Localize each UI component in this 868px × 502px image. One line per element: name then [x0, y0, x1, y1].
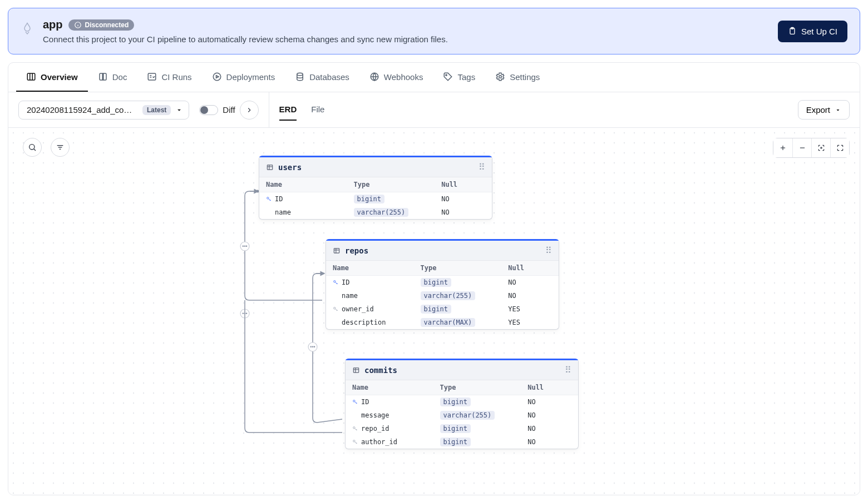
erd-column-row[interactable]: owner_id bigint YES [326, 302, 559, 316]
column-type: bigint [421, 305, 451, 314]
svg-point-30 [240, 309, 249, 318]
globe-icon [369, 72, 379, 82]
erd-column-row[interactable]: name varchar(255) NO [259, 206, 492, 219]
svg-rect-36 [267, 165, 272, 169]
migration-dropdown[interactable]: 20240208115924_add_commit… Latest [18, 101, 189, 120]
banner-description: Connect this project to your CI pipeline… [43, 34, 448, 44]
erd-column-row[interactable]: message varchar(255) NO [346, 409, 578, 422]
column-null: YES [508, 319, 552, 326]
svg-point-17 [499, 76, 502, 78]
tab-databases[interactable]: Databases [285, 63, 359, 92]
erd-column-row[interactable]: ID bigint NO [326, 276, 559, 289]
svg-point-16 [446, 74, 447, 76]
svg-text:•••: ••• [242, 311, 247, 316]
column-name: ID [361, 398, 369, 406]
svg-rect-45 [353, 367, 358, 372]
tab-doc[interactable]: Doc [88, 63, 137, 92]
column-null: NO [508, 292, 552, 300]
drag-handle-icon[interactable]: ⠿ [545, 245, 552, 256]
zoom-in-button[interactable] [773, 138, 792, 157]
svg-rect-5 [27, 73, 35, 80]
column-type: bigint [440, 424, 471, 433]
erd-table-commits[interactable]: commits ⠿ NameTypeNull ID bigint NO mess… [345, 359, 579, 449]
gear-icon [495, 72, 505, 82]
svg-point-13 [297, 73, 303, 76]
toolbar: 20240208115924_add_commit… Latest Diff E… [8, 92, 860, 128]
svg-point-32 [308, 342, 317, 351]
tab-webhooks[interactable]: Webhooks [359, 63, 433, 92]
erd-table-repos[interactable]: repos ⠿ NameTypeNull ID bigint NO name v… [326, 239, 559, 330]
erd-column-row[interactable]: ID bigint NO [259, 192, 492, 206]
svg-point-43 [334, 281, 336, 282]
status-pill: Disconnected [68, 19, 135, 31]
filter-button[interactable] [51, 138, 70, 157]
search-button[interactable] [23, 138, 42, 157]
atlas-logo [21, 22, 34, 35]
export-button[interactable]: Export [798, 100, 850, 120]
svg-point-39 [267, 197, 269, 199]
column-null: YES [508, 305, 552, 313]
drag-handle-icon[interactable]: ⠿ [479, 162, 485, 172]
fullscreen-button[interactable] [830, 138, 849, 157]
expand-icon [836, 144, 844, 152]
diff-label: Diff [223, 105, 235, 115]
svg-point-18 [29, 145, 34, 150]
column-null: NO [441, 208, 485, 216]
search-icon [28, 143, 37, 152]
column-name: owner_id [342, 305, 374, 313]
fit-button[interactable] [811, 138, 830, 157]
main-tabs: Overview Doc CI Runs Deployments Databas… [8, 63, 860, 92]
focus-icon [817, 144, 825, 152]
column-null: NO [441, 195, 485, 203]
info-icon [74, 21, 82, 29]
subtab-erd[interactable]: ERD [279, 99, 297, 121]
subtab-file[interactable]: File [311, 99, 324, 121]
svg-point-26 [820, 147, 821, 148]
column-type: bigint [354, 195, 384, 203]
view-subtabs: ERD File [279, 99, 325, 121]
ci-banner: app Disconnected Connect this project to… [8, 8, 860, 54]
column-type: bigint [440, 397, 471, 406]
erd-column-row[interactable]: description varchar(MAX) YES [326, 316, 559, 329]
column-name: author_id [361, 438, 397, 446]
drag-handle-icon[interactable]: ⠿ [565, 365, 571, 375]
zoom-out-button[interactable] [792, 138, 811, 157]
tab-ciruns[interactable]: CI Runs [137, 63, 201, 92]
column-type: varchar(255) [421, 291, 476, 300]
key-icon [352, 439, 358, 445]
svg-point-11 [213, 73, 221, 81]
book-icon [98, 72, 108, 82]
column-null: NO [527, 398, 571, 406]
erd-column-row[interactable]: name varchar(255) NO [326, 289, 559, 302]
tab-tags[interactable]: Tags [433, 63, 485, 92]
plus-icon [779, 144, 787, 152]
latest-badge: Latest [142, 105, 171, 115]
tab-settings[interactable]: Settings [485, 63, 550, 92]
erd-table-users[interactable]: users ⠿ NameTypeNull ID bigint NO name v… [259, 156, 492, 220]
minus-icon [798, 144, 806, 152]
table-icon [352, 366, 360, 374]
diff-toggle[interactable] [199, 105, 218, 115]
column-type: varchar(MAX) [421, 318, 476, 327]
expand-button[interactable] [240, 101, 259, 120]
tab-overview[interactable]: Overview [16, 63, 88, 92]
tab-deployments[interactable]: Deployments [202, 63, 285, 92]
zoom-controls [773, 138, 850, 158]
key-icon [266, 196, 272, 202]
column-name: ID [275, 195, 283, 203]
setup-ci-button[interactable]: Set Up CI [778, 21, 847, 42]
erd-canvas[interactable]: ••• ••• ••• users ⠿ NameTypeNull ID bigi… [8, 128, 860, 495]
erd-column-row[interactable]: repo_id bigint NO [346, 422, 578, 435]
table-icon [333, 247, 341, 255]
column-name: ID [342, 279, 349, 286]
column-name: name [275, 208, 291, 216]
caret-down-icon [835, 107, 841, 113]
caret-down-icon [175, 106, 183, 114]
erd-column-row[interactable]: author_id bigint NO [346, 435, 578, 449]
svg-point-28 [240, 242, 249, 251]
erd-column-row[interactable]: ID bigint NO [346, 395, 578, 409]
key-icon [333, 280, 338, 285]
svg-point-48 [353, 400, 355, 402]
svg-rect-40 [334, 248, 339, 252]
svg-marker-12 [216, 76, 219, 78]
